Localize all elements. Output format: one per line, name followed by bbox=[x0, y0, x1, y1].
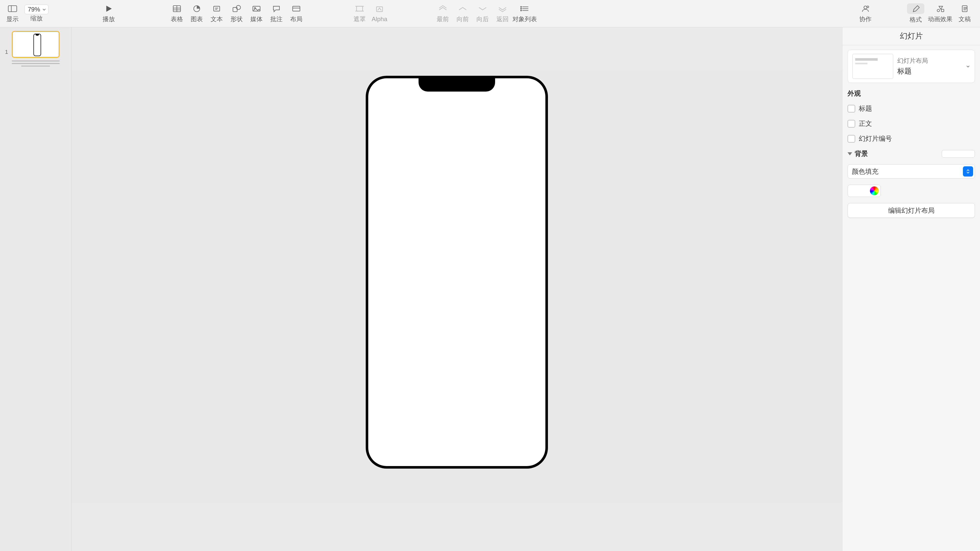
show-title-toggle[interactable]: 标题 bbox=[848, 104, 975, 113]
text-label: 文本 bbox=[210, 15, 223, 23]
document-tab[interactable]: 文稿 bbox=[953, 0, 977, 27]
sidebar-icon bbox=[7, 4, 18, 14]
checkbox-icon[interactable] bbox=[848, 120, 855, 127]
format-tab[interactable]: 格式 bbox=[904, 0, 928, 27]
play-label: 播放 bbox=[103, 15, 115, 23]
svg-rect-0 bbox=[8, 6, 17, 12]
svg-point-29 bbox=[864, 6, 867, 9]
layout-caption: 幻灯片布局 bbox=[897, 57, 962, 65]
brush-icon bbox=[910, 4, 921, 14]
animate-icon bbox=[935, 4, 946, 14]
backward-icon bbox=[477, 4, 488, 14]
objects-label: 对象列表 bbox=[512, 15, 537, 23]
background-section-header[interactable]: 背景 bbox=[848, 149, 975, 158]
animate-label: 动画效果 bbox=[928, 15, 953, 23]
view-label: 显示 bbox=[6, 15, 19, 23]
bring-front: 最前 bbox=[433, 0, 453, 27]
insert-comment[interactable]: 批注 bbox=[266, 0, 286, 27]
document-label: 文稿 bbox=[959, 15, 971, 23]
insert-text[interactable]: 文本 bbox=[207, 0, 227, 27]
layout-name: 标题 bbox=[897, 66, 962, 76]
insert-chart[interactable]: 图表 bbox=[187, 0, 207, 27]
layout-thumb-icon bbox=[853, 54, 893, 79]
play-button[interactable]: 播放 bbox=[97, 0, 121, 27]
phone-mockup[interactable] bbox=[366, 76, 547, 468]
color-wheel-icon[interactable] bbox=[870, 186, 879, 195]
phone-screen bbox=[368, 78, 546, 466]
comment-label: 批注 bbox=[270, 15, 283, 23]
document-icon bbox=[959, 4, 970, 14]
play-icon bbox=[103, 4, 115, 14]
show-number-label: 幻灯片编号 bbox=[859, 134, 892, 143]
view-toggle[interactable]: 显示 bbox=[3, 0, 22, 27]
edit-layout-label: 编辑幻灯片布局 bbox=[888, 206, 935, 215]
fill-type-select[interactable]: 颜色填充 bbox=[848, 164, 975, 179]
media-icon bbox=[251, 4, 262, 14]
svg-marker-2 bbox=[107, 6, 112, 12]
up-down-icon bbox=[966, 169, 970, 174]
send-back: 返回 bbox=[493, 0, 512, 27]
svg-point-26 bbox=[520, 6, 522, 7]
fill-type-stepper[interactable] bbox=[963, 166, 973, 176]
slide-thumb[interactable]: 1 bbox=[12, 31, 60, 58]
zoom-field[interactable]: 79% bbox=[24, 5, 48, 14]
format-label: 格式 bbox=[910, 16, 922, 24]
shape-label: 形状 bbox=[231, 15, 243, 23]
mask-label: 遮罩 bbox=[353, 15, 366, 23]
inspector-title: 幻灯片 bbox=[842, 27, 980, 45]
background-color-well[interactable] bbox=[848, 185, 881, 197]
front-label: 最前 bbox=[437, 15, 449, 23]
send-backward: 向后 bbox=[473, 0, 493, 27]
alpha-label: Alpha bbox=[372, 16, 387, 23]
insert-media[interactable]: 媒体 bbox=[247, 0, 266, 27]
collaborate-button[interactable]: 协作 bbox=[856, 0, 875, 27]
svg-rect-8 bbox=[213, 6, 220, 11]
media-label: 媒体 bbox=[250, 15, 262, 23]
show-body-toggle[interactable]: 正文 bbox=[848, 119, 975, 128]
text-icon bbox=[211, 4, 222, 14]
backward-label: 向后 bbox=[476, 15, 489, 23]
insert-shape[interactable]: 形状 bbox=[227, 0, 247, 27]
shape-icon bbox=[231, 4, 242, 14]
layout-icon bbox=[291, 4, 302, 14]
show-slide-number-toggle[interactable]: 幻灯片编号 bbox=[848, 134, 975, 143]
insert-table[interactable]: 表格 bbox=[167, 0, 187, 27]
zoom-value: 79% bbox=[28, 6, 40, 13]
main-toolbar: 显示 79% 缩放 播放 表格 图表 文本 bbox=[0, 0, 980, 27]
chart-label: 图表 bbox=[191, 15, 203, 23]
slide-navigator[interactable]: 1 bbox=[0, 27, 72, 551]
svg-rect-15 bbox=[293, 6, 300, 11]
front-icon bbox=[437, 4, 449, 14]
svg-point-30 bbox=[867, 6, 869, 8]
list-icon bbox=[519, 4, 530, 14]
object-list[interactable]: 对象列表 bbox=[512, 0, 537, 27]
layout-label: 布局 bbox=[290, 15, 302, 23]
light-table-hint bbox=[12, 60, 60, 67]
checkbox-icon[interactable] bbox=[848, 135, 855, 143]
slide-canvas[interactable] bbox=[72, 71, 842, 503]
svg-point-32 bbox=[937, 9, 940, 12]
edit-slide-layout-button[interactable]: 编辑幻灯片布局 bbox=[848, 203, 975, 218]
canvas-gutter-bottom bbox=[72, 503, 842, 551]
table-label: 表格 bbox=[171, 15, 183, 23]
fill-type-value: 颜色填充 bbox=[852, 167, 878, 176]
checkbox-icon[interactable] bbox=[848, 105, 855, 113]
insert-layout[interactable]: 布局 bbox=[286, 0, 306, 27]
disclosure-triangle-icon[interactable] bbox=[848, 152, 852, 156]
alpha-icon bbox=[374, 4, 385, 14]
svg-marker-31 bbox=[939, 6, 942, 10]
animate-tab[interactable]: 动画效果 bbox=[928, 0, 953, 27]
forward-label: 向前 bbox=[457, 15, 469, 23]
slide-layout-picker[interactable]: 幻灯片布局 标题 bbox=[848, 50, 975, 83]
background-section-label: 背景 bbox=[855, 149, 868, 158]
back-label: 返回 bbox=[496, 15, 509, 23]
background-opacity-swatch[interactable] bbox=[942, 150, 975, 158]
mask-button: 遮罩 bbox=[350, 0, 369, 27]
show-title-label: 标题 bbox=[859, 104, 872, 113]
zoom-label: 缩放 bbox=[30, 14, 43, 22]
mask-icon bbox=[354, 4, 365, 14]
slide-number: 1 bbox=[5, 49, 8, 56]
thumb-phone-icon bbox=[33, 34, 41, 56]
zoom-control[interactable]: 79% 缩放 bbox=[22, 0, 51, 27]
bring-forward: 向前 bbox=[453, 0, 473, 27]
